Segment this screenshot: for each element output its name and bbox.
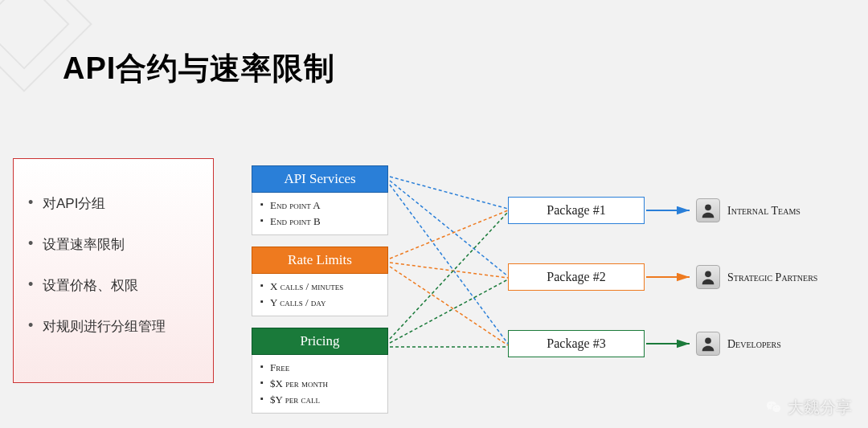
slide-title: API合约与速率限制 <box>63 48 335 89</box>
svg-line-6 <box>390 210 508 259</box>
wechat-icon <box>765 399 783 417</box>
person-icon <box>696 265 720 289</box>
package-2: Package #2 <box>508 263 645 291</box>
person-icon <box>696 198 720 222</box>
watermark: 大魏分享 <box>765 397 852 418</box>
rules-box: 对API分组 设置速率限制 设置价格、权限 对规则进行分组管理 <box>13 158 214 383</box>
rule-item: 对API分组 <box>20 183 207 224</box>
person-icon <box>696 332 720 356</box>
endpoint-item: End point A <box>259 198 381 214</box>
rate-item: Y calls / day <box>259 295 381 311</box>
rule-item: 对规则进行分组管理 <box>20 306 207 347</box>
rule-item: 设置价格、权限 <box>20 265 207 306</box>
price-item: $X per month <box>259 376 381 392</box>
svg-line-9 <box>390 212 508 339</box>
endpoint-item: End point B <box>259 214 381 230</box>
svg-point-0 <box>705 204 711 210</box>
svg-line-10 <box>390 279 508 343</box>
svg-line-5 <box>390 185 508 344</box>
api-services-card: API Services End point A End point B <box>252 165 388 235</box>
svg-point-2 <box>705 337 711 344</box>
role-strategic-partners: Strategic Partners <box>727 271 817 284</box>
watermark-text: 大魏分享 <box>788 397 852 418</box>
api-services-header: API Services <box>252 165 388 193</box>
svg-line-8 <box>390 267 508 345</box>
package-1: Package #1 <box>508 197 645 224</box>
rate-limits-card: Rate Limits X calls / minutes Y calls / … <box>252 247 388 316</box>
svg-point-1 <box>705 271 711 277</box>
svg-line-7 <box>390 263 508 278</box>
rate-item: X calls / minutes <box>259 279 381 295</box>
package-3: Package #3 <box>508 330 645 357</box>
pricing-header: Pricing <box>252 328 388 355</box>
role-internal-teams: Internal Teams <box>727 205 800 218</box>
price-item: Free <box>259 360 381 376</box>
price-item: $Y per call <box>259 392 381 408</box>
svg-line-4 <box>390 181 508 276</box>
rule-item: 设置速率限制 <box>20 224 207 265</box>
role-developers: Developers <box>727 338 781 351</box>
rate-limits-header: Rate Limits <box>252 247 388 274</box>
svg-line-3 <box>390 177 508 209</box>
pricing-card: Pricing Free $X per month $Y per call <box>252 328 388 414</box>
